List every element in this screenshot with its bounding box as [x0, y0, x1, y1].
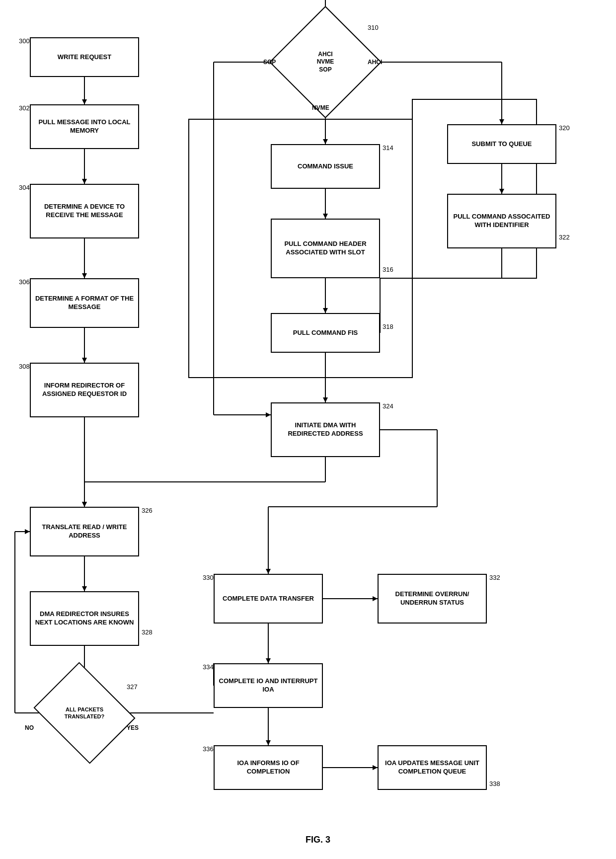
ref-306: 306 — [19, 278, 30, 286]
write-request-label: WRITE REQUEST — [58, 53, 111, 62]
pull-command-fis-box: PULL COMMAND FIS — [271, 313, 380, 353]
pull-command-identifier-label: PULL COMMAND ASSOCAITED WITH IDENTIFIER — [451, 213, 552, 230]
dma-redirector-box: DMA REDIRECTOR INSURES NEXT LOCATIONS AR… — [30, 591, 139, 646]
fig-caption: FIG. 3 — [268, 835, 368, 845]
ref-334: 334 — [203, 663, 214, 671]
determine-overrun-label: DETERMINE OVERRUN/ UNDERRUN STATUS — [382, 590, 483, 607]
svg-marker-9 — [82, 502, 87, 507]
complete-io-label: COMPLETE IO AND INTERRUPT IOA — [218, 677, 319, 694]
ref-336: 336 — [203, 745, 214, 753]
pull-command-header-label: PULL COMMAND HEADER ASSOCIATED WITH SLOT — [275, 240, 376, 257]
svg-marker-3 — [82, 179, 87, 184]
pull-command-header-box: PULL COMMAND HEADER ASSOCIATED WITH SLOT — [271, 219, 380, 278]
determine-format-label: DETERMINE A FORMAT OF THE MESSAGE — [34, 295, 135, 312]
ref-308: 308 — [19, 363, 30, 370]
ref-338: 338 — [489, 780, 500, 787]
initiate-dma-box: INITIATE DMA WITH REDIRECTED ADDRESS — [271, 402, 380, 457]
ref-310: 310 — [368, 24, 379, 31]
determine-format-box: DETERMINE A FORMAT OF THE MESSAGE — [30, 278, 139, 328]
ioa-updates-box: IOA UPDATES MESSAGE UNIT COMPLETION QUEU… — [378, 745, 487, 790]
svg-marker-5 — [82, 273, 87, 278]
pull-command-fis-label: PULL COMMAND FIS — [293, 329, 358, 337]
inform-redirector-label: INFORM REDIRECTOR OF ASSIGNED REQUESTOR … — [34, 382, 135, 398]
sop-label-left: SOP — [263, 59, 276, 66]
complete-data-transfer-box: COMPLETE DATA TRANSFER — [214, 574, 323, 624]
nvme-label-bottom: NVME — [312, 104, 329, 111]
ref-300: 300 — [19, 37, 30, 45]
pull-message-label: PULL MESSAGE INTO LOCAL MEMORY — [34, 118, 135, 135]
ref-332: 332 — [489, 574, 500, 581]
translate-address-box: TRANSLATE READ / WRITE ADDRESS — [30, 507, 139, 556]
complete-data-transfer-label: COMPLETE DATA TRANSFER — [223, 595, 314, 603]
svg-marker-54 — [266, 658, 271, 663]
ref-302: 302 — [19, 104, 30, 112]
ref-330: 330 — [203, 574, 214, 581]
pull-message-box: PULL MESSAGE INTO LOCAL MEMORY — [30, 104, 139, 149]
svg-marker-48 — [25, 529, 30, 534]
svg-marker-40 — [266, 569, 271, 574]
ref-304: 304 — [19, 184, 30, 191]
svg-marker-22 — [323, 308, 328, 313]
svg-marker-56 — [266, 740, 271, 745]
svg-marker-16 — [499, 119, 504, 124]
command-issue-label: COMMAND ISSUE — [298, 162, 353, 171]
svg-marker-20 — [323, 214, 328, 219]
pull-command-identifier-box: PULL COMMAND ASSOCAITED WITH IDENTIFIER — [447, 194, 556, 248]
ref-314: 314 — [383, 144, 393, 152]
ref-320: 320 — [559, 124, 570, 132]
submit-to-queue-label: SUBMIT TO QUEUE — [471, 140, 532, 149]
ref-327: 327 — [127, 683, 138, 691]
command-issue-box: COMMAND ISSUE — [271, 144, 380, 189]
diagram-container: WRITE REQUEST 300 PULL MESSAGE INTO LOCA… — [0, 0, 616, 859]
ioa-updates-label: IOA UPDATES MESSAGE UNIT COMPLETION QUEU… — [382, 759, 483, 776]
svg-marker-42 — [82, 586, 87, 591]
determine-device-box: DETERMINE A DEVICE TO RECEIVE THE MESSAG… — [30, 184, 139, 238]
svg-marker-31 — [266, 412, 271, 417]
ref-316: 316 — [383, 266, 393, 273]
ref-322: 322 — [559, 234, 570, 241]
yes-label: YES — [127, 724, 139, 731]
diamond-310: AHCINVMESOP — [286, 22, 365, 102]
ref-324: 324 — [383, 402, 393, 410]
ref-326: 326 — [142, 507, 153, 514]
determine-device-label: DETERMINE A DEVICE TO RECEIVE THE MESSAG… — [34, 203, 135, 220]
dma-redirector-label: DMA REDIRECTOR INSURES NEXT LOCATIONS AR… — [34, 610, 135, 627]
inform-redirector-box: INFORM REDIRECTOR OF ASSIGNED REQUESTOR … — [30, 363, 139, 417]
svg-marker-35 — [82, 502, 87, 507]
no-label: NO — [25, 724, 34, 731]
write-request-box: WRITE REQUEST — [30, 37, 139, 77]
svg-marker-7 — [82, 358, 87, 363]
svg-marker-58 — [373, 765, 378, 770]
initiate-dma-label: INITIATE DMA WITH REDIRECTED ADDRESS — [275, 421, 376, 438]
ahci-label-right: AHCI — [368, 59, 382, 66]
translate-address-label: TRANSLATE READ / WRITE ADDRESS — [34, 523, 135, 540]
svg-marker-24 — [323, 397, 328, 402]
svg-marker-52 — [373, 596, 378, 601]
ref-318: 318 — [383, 323, 393, 330]
diamond-327: ALL PACKETSTRANSLATED? — [45, 681, 124, 745]
complete-io-box: COMPLETE IO AND INTERRUPT IOA — [214, 663, 323, 708]
svg-marker-1 — [82, 99, 87, 104]
svg-marker-26 — [499, 189, 504, 194]
determine-overrun-box: DETERMINE OVERRUN/ UNDERRUN STATUS — [378, 574, 487, 624]
svg-marker-18 — [323, 139, 328, 144]
ioa-informs-label: IOA INFORMS IO OF COMPLETION — [218, 759, 319, 776]
ioa-informs-box: IOA INFORMS IO OF COMPLETION — [214, 745, 323, 790]
submit-to-queue-box: SUBMIT TO QUEUE — [447, 124, 556, 164]
ref-328: 328 — [142, 628, 153, 636]
